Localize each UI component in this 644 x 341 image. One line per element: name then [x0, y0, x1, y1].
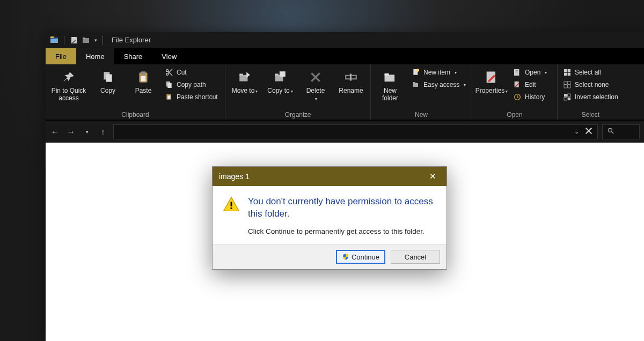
select-all-button[interactable]: Select all	[561, 67, 620, 78]
svg-rect-25	[385, 73, 389, 76]
continue-button[interactable]: Continue	[336, 250, 385, 264]
svg-rect-38	[564, 73, 567, 76]
qat-newfolder-icon[interactable]	[82, 36, 90, 45]
ribbon-group-clipboard: Pin to Quick access Copy Paste	[46, 64, 225, 120]
move-to-icon	[238, 68, 252, 86]
dialog-close-button[interactable]: ✕	[423, 172, 442, 181]
properties-icon	[484, 68, 499, 86]
nav-back-button[interactable]: ←	[49, 127, 61, 136]
warning-icon	[222, 196, 240, 236]
menu-view[interactable]: View	[152, 48, 186, 64]
svg-rect-28	[413, 83, 418, 87]
group-label-organize: Organize	[229, 111, 367, 118]
svg-rect-32	[516, 70, 518, 71]
titlebar: ▾ File Explorer	[46, 32, 644, 48]
new-item-icon	[412, 68, 420, 77]
dialog-footer: Continue Cancel	[213, 244, 447, 269]
group-label-select: Select	[561, 111, 620, 118]
permission-dialog: images 1 ✕ You don't currently have perm…	[212, 166, 447, 270]
nav-recent-button[interactable]: ▾	[81, 129, 93, 135]
svg-point-27	[416, 69, 419, 71]
copy-to-icon	[273, 68, 287, 86]
svg-rect-16	[167, 95, 170, 99]
select-none-button[interactable]: Select none	[561, 79, 620, 90]
ribbon-group-organize: Move to▾ Copy to▾ Delete▾	[225, 64, 371, 120]
uac-shield-icon	[342, 253, 349, 261]
chevron-down-icon[interactable]: ⌄	[574, 128, 579, 135]
svg-rect-21	[280, 71, 286, 77]
history-icon	[513, 93, 522, 101]
address-bar[interactable]: ⌄	[113, 124, 598, 139]
scissors-icon	[165, 68, 173, 77]
new-item-button[interactable]: New item▾	[409, 67, 469, 78]
svg-rect-2	[50, 36, 54, 38]
svg-rect-20	[275, 74, 279, 76]
svg-rect-41	[568, 81, 570, 84]
invert-selection-icon	[563, 93, 572, 101]
paste-button[interactable]: Paste	[127, 67, 159, 96]
dialog-titlebar: images 1 ✕	[213, 167, 447, 186]
delete-button[interactable]: Delete▾	[299, 67, 332, 103]
svg-rect-14	[167, 83, 171, 88]
group-label-clipboard: Clipboard	[49, 111, 222, 118]
qat-more-icon[interactable]: ▾	[94, 38, 97, 43]
group-label-open: Open	[475, 111, 554, 118]
chevron-down-icon: ▾	[545, 70, 547, 75]
copy-button[interactable]: Copy	[92, 67, 124, 96]
svg-rect-45	[568, 94, 570, 97]
pin-to-quick-access-button[interactable]: Pin to Quick access	[49, 67, 89, 103]
menu-share[interactable]: Share	[114, 48, 152, 64]
dialog-subtext: Click Continue to permanently get access…	[248, 227, 437, 236]
svg-rect-33	[516, 72, 518, 72]
svg-rect-36	[564, 69, 567, 72]
rename-button[interactable]: Rename	[335, 67, 367, 96]
svg-rect-50	[231, 207, 232, 209]
copy-path-button[interactable]: Copy path	[163, 79, 222, 90]
svg-point-48	[608, 128, 612, 132]
history-button[interactable]: History	[511, 92, 554, 102]
chevron-down-icon: ▾	[464, 83, 466, 87]
svg-rect-40	[564, 81, 567, 84]
invert-selection-button[interactable]: Invert selection	[561, 92, 620, 102]
menubar: File Home Share View	[46, 48, 644, 64]
easy-access-button[interactable]: Easy access▾	[409, 79, 469, 90]
open-icon	[513, 68, 522, 77]
search-input[interactable]	[602, 124, 640, 139]
menu-file[interactable]: File	[46, 48, 76, 64]
chevron-down-icon: ▾	[506, 89, 508, 94]
delete-icon	[309, 68, 323, 86]
menu-home[interactable]: Home	[76, 48, 114, 64]
properties-button[interactable]: Properties▾	[475, 67, 508, 96]
qat-properties-icon[interactable]	[70, 36, 78, 45]
chevron-down-icon: ▾	[255, 89, 258, 94]
move-to-button[interactable]: Move to▾	[229, 67, 261, 96]
cut-button[interactable]: Cut	[163, 67, 222, 78]
paste-shortcut-button[interactable]: Paste shortcut	[163, 92, 222, 102]
select-none-icon	[563, 80, 572, 89]
paste-icon	[136, 68, 150, 86]
edit-button[interactable]: Edit	[511, 79, 554, 90]
rename-icon	[344, 68, 358, 86]
ribbon-group-open: Properties▾ Open▾ Edit	[472, 64, 558, 120]
refresh-icon[interactable]	[584, 127, 593, 137]
pin-icon	[62, 68, 76, 86]
edit-icon	[513, 80, 522, 89]
cancel-button[interactable]: Cancel	[391, 250, 440, 264]
svg-rect-5	[83, 38, 85, 39]
svg-rect-44	[564, 94, 567, 97]
copy-icon	[101, 68, 115, 86]
dialog-title: images 1	[219, 172, 250, 181]
paste-shortcut-icon	[165, 93, 173, 101]
chevron-down-icon: ▾	[315, 97, 317, 101]
copy-to-button[interactable]: Copy to▾	[264, 67, 296, 96]
nav-forward-button[interactable]: →	[65, 127, 77, 136]
svg-rect-49	[231, 202, 232, 206]
search-icon	[607, 127, 614, 136]
new-folder-button[interactable]: New folder	[374, 67, 406, 103]
dialog-headline: You don't currently have permission to a…	[248, 196, 437, 220]
copy-path-icon	[165, 80, 173, 89]
nav-up-button[interactable]: ↑	[97, 127, 109, 136]
open-button[interactable]: Open▾	[511, 67, 554, 78]
group-label-new: New	[374, 111, 469, 118]
svg-rect-39	[568, 73, 570, 76]
